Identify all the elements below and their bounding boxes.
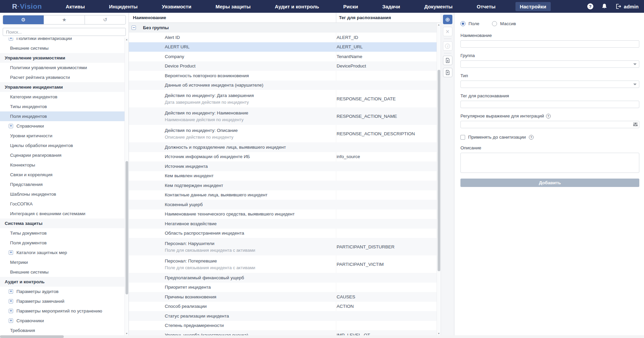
sidebar-item[interactable]: Расчет рейтинга уязвимости	[0, 73, 125, 82]
table-row[interactable]: Негативное воздействие	[129, 219, 437, 229]
sidebar-item[interactable]: Требования	[0, 326, 125, 335]
description-field[interactable]	[460, 153, 639, 173]
sidebar-item[interactable]: Справочники	[0, 316, 125, 326]
help-circle-icon[interactable]: ?	[529, 135, 534, 140]
nav-item[interactable]: Активы	[61, 2, 89, 11]
nav-item[interactable]: Меры защиты	[211, 2, 255, 11]
sidebar-item[interactable]: Циклы обработки инцидентов	[0, 141, 125, 150]
table-row[interactable]: Источник инцидента	[129, 161, 437, 171]
sidebar-item[interactable]: Параметры замечаний	[0, 296, 125, 306]
sidebar-item[interactable]: Связи и корреляция	[0, 170, 125, 180]
sidebar-item[interactable]: Каталоги защитных мер	[0, 248, 125, 257]
table-row[interactable]: Кем подтвержден инцидент	[129, 181, 437, 190]
expand-plus-icon[interactable]	[9, 319, 13, 323]
help-circle-icon[interactable]: ?	[546, 114, 551, 118]
group-select-input[interactable]	[460, 60, 639, 68]
table-row[interactable]: Действия по инциденту: Наименование Наим…	[129, 107, 437, 125]
sidebar-item[interactable]: Параметры аудитов	[0, 287, 125, 296]
table-row[interactable]: Источник информации об инциденте ИБ info…	[129, 152, 437, 162]
tab-favorites[interactable]: ★	[44, 15, 85, 24]
sidebar-item[interactable]: Представления	[0, 180, 125, 189]
sidebar-item[interactable]: Метрики	[0, 257, 125, 267]
scrollbar-thumb[interactable]	[438, 70, 440, 271]
radio-field[interactable]: Поле	[460, 21, 479, 26]
sidebar-item[interactable]: Шаблоны инцидентов	[0, 189, 125, 199]
table-row[interactable]: Косвенный ущерб	[129, 200, 437, 209]
add-button[interactable]: Добавить	[460, 179, 639, 187]
scrollbar-thumb[interactable]	[0, 335, 64, 338]
search-input[interactable]	[3, 28, 126, 36]
regex-builder-icon[interactable]	[633, 122, 638, 127]
table-row[interactable]: Наименование технического средства, выяв…	[129, 209, 437, 219]
tab-settings-tree[interactable]: ⚙︎	[3, 15, 44, 24]
nav-item[interactable]: Уязвимости	[157, 2, 196, 11]
horizontal-scrollbar[interactable]	[0, 335, 644, 338]
table-row[interactable]: Данные об источнике инцидента (нарушител…	[129, 81, 437, 90]
sidebar-item[interactable]: Коннекторы	[0, 160, 125, 170]
nav-item[interactable]: Настройки	[515, 2, 551, 11]
table-row[interactable]: Способ реализации ACTION	[129, 302, 437, 311]
type-select[interactable]	[460, 81, 639, 88]
checkbox-icon[interactable]	[460, 135, 465, 140]
sidebar-item[interactable]: Внешние системы	[0, 43, 125, 53]
table-row[interactable]: Кем выявлен инцидент	[129, 171, 437, 181]
sidebar-item[interactable]: Поля инцидентов	[0, 111, 125, 121]
tag-field[interactable]	[460, 101, 639, 108]
radio-array[interactable]: Массив	[492, 21, 516, 26]
table-row[interactable]: Действия по инциденту: Описание Описание…	[129, 125, 437, 142]
table-row[interactable]: Вероятность повторного возникновения	[129, 71, 437, 81]
tab-history[interactable]: ↺	[85, 15, 126, 24]
delete-button[interactable]: ×	[443, 27, 452, 36]
table-row[interactable]: Должность и подразделение лица, выявивше…	[129, 142, 437, 152]
scrollbar-thumb[interactable]	[126, 161, 128, 294]
sidebar-item[interactable]: Типы документов	[0, 228, 125, 238]
scroll-up-icon[interactable]: ▲	[437, 23, 441, 26]
sidebar-scrollbar[interactable]: ▲ ▼	[125, 38, 129, 335]
table-row[interactable]: Контактные данные лица, выявившего инцид…	[129, 190, 437, 200]
type-select-input[interactable]	[460, 81, 639, 88]
import-button[interactable]	[443, 68, 452, 77]
table-scrollbar[interactable]: ▲ ▼	[437, 23, 441, 335]
regex-field[interactable]	[460, 121, 639, 128]
info-button[interactable]: i	[443, 41, 452, 51]
table-row[interactable]: Причины возникновения CAUSES	[129, 292, 437, 302]
sidebar-item[interactable]: Справочники	[0, 121, 125, 131]
table-row[interactable]: Персонал: Потерпевшие Поле для связывани…	[129, 255, 437, 273]
expand-plus-icon[interactable]	[9, 289, 13, 294]
table-row[interactable]: Предполагаемый финансовый ущерб	[129, 273, 437, 283]
sidebar-item[interactable]: Поля документов	[0, 238, 125, 248]
sanitize-checkbox-row[interactable]: Применять до санитизации ?	[460, 135, 639, 140]
table-row[interactable]: Персонал: Нарушители Поле для связывания…	[129, 238, 437, 255]
sidebar-item[interactable]: Уровни критичности	[0, 131, 125, 141]
table-row[interactable]: Статус реализации инцидента	[129, 311, 437, 321]
nav-item[interactable]: Отчеты	[473, 2, 500, 11]
add-field-button[interactable]: ⊕	[443, 15, 452, 24]
export-button[interactable]	[443, 56, 452, 65]
nav-item[interactable]: Риски	[339, 2, 362, 11]
sidebar-item[interactable]: Параметры мероприятий по устранению	[0, 306, 125, 316]
sidebar-item[interactable]: Категории инцидентов	[0, 92, 125, 102]
scroll-down-icon[interactable]: ▼	[125, 332, 129, 335]
sidebar-item[interactable]: Сценарии реагирования	[0, 150, 125, 160]
table-row[interactable]: Device Product DeviceProduct	[129, 61, 437, 71]
nav-item[interactable]: Инциденты	[105, 2, 142, 11]
table-row[interactable]: Приоритет инцидента	[129, 283, 437, 292]
scroll-up-icon[interactable]: ▲	[125, 38, 129, 41]
user-menu[interactable]: admin	[615, 3, 639, 9]
expand-plus-icon[interactable]	[9, 309, 13, 313]
table-row[interactable]: Область распространения инцидента	[129, 229, 437, 238]
expand-plus-icon[interactable]	[9, 38, 13, 41]
help-icon[interactable]: ?	[587, 3, 593, 9]
expand-plus-icon[interactable]	[9, 124, 13, 128]
nav-item[interactable]: Задачи	[378, 2, 404, 11]
expand-plus-icon[interactable]	[9, 250, 13, 255]
group-row[interactable]: Без группы	[129, 23, 437, 33]
nav-item[interactable]: Документы	[420, 2, 457, 11]
table-row[interactable]: Действия по инциденту: Дата завершения Д…	[129, 90, 437, 107]
scroll-down-icon[interactable]: ▼	[437, 332, 441, 335]
column-header-name[interactable]: Наименование	[129, 15, 336, 20]
group-select[interactable]	[460, 60, 639, 68]
table-row[interactable]: Company TenantName	[129, 52, 437, 61]
table-row[interactable]: Степень преднамеренности	[129, 321, 437, 331]
logout-icon[interactable]	[615, 3, 622, 9]
